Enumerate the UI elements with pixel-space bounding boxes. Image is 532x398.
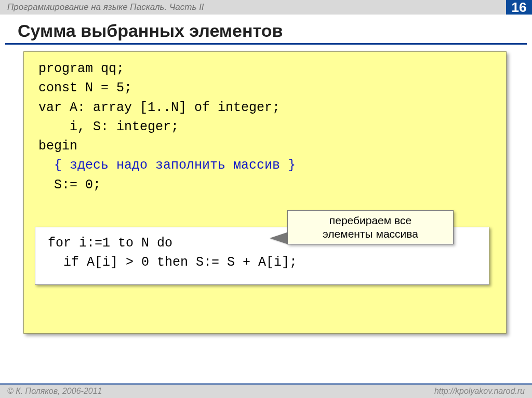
code-line-7: S:= 0; [38, 175, 491, 195]
footer-copyright: © К. Поляков, 2006-2011 [7, 387, 102, 396]
code-line-4: i, S: integer; [38, 117, 491, 136]
code-line-5: begin [38, 136, 491, 156]
code-box: program qq; const N = 5; var A: array [1… [23, 51, 507, 334]
footer-url: http://kpolyakov.narod.ru [434, 387, 525, 396]
header-bar: Программирование на языке Паскаль. Часть… [0, 0, 532, 15]
code-comment: { здесь надо заполнить массив } [54, 158, 296, 173]
footer-bar: © К. Поляков, 2006-2011 http://kpolyakov… [0, 383, 532, 398]
title-underline [5, 43, 527, 45]
callout-line-2: элементы массива [323, 228, 418, 240]
code-line-6: { здесь надо заполнить массив } [38, 156, 491, 175]
code-line-2: const N = 5; [38, 78, 491, 98]
code-line-3: var A: array [1..N] of integer; [38, 98, 491, 117]
callout-tail [270, 232, 288, 244]
callout-line-1: перебираем все [329, 214, 411, 226]
slide-title: Сумма выбранных элементов [18, 21, 532, 41]
callout-box: перебираем все элементы массива [287, 210, 454, 244]
code-line-9: if A[i] > 0 then S:= S + A[i]; [48, 253, 476, 272]
header-title: Программирование на языке Паскаль. Часть… [7, 2, 204, 12]
page-number: 16 [506, 0, 532, 15]
code-line-1: program qq; [38, 59, 491, 78]
